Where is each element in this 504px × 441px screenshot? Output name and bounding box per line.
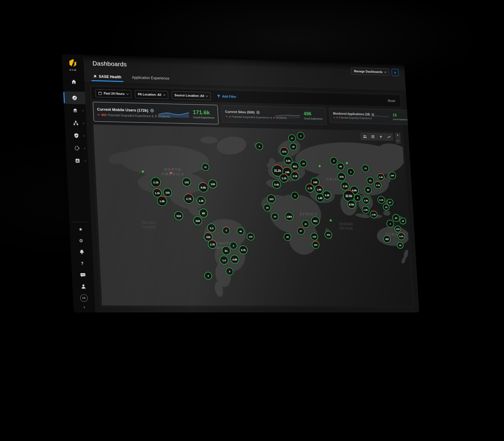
- expand-chevron-icon: ›: [84, 134, 85, 137]
- brand-label: SCM: [69, 68, 77, 71]
- source-location-select[interactable]: Source Location: All: [171, 91, 211, 100]
- tab[interactable]: SASE Health: [93, 74, 122, 82]
- degraded-text: Potential Degraded Experience: [339, 116, 372, 120]
- kpi-card-applications[interactable]: Monitored Applications (18) i 3 Potentia…: [329, 108, 413, 125]
- sidebar-item-account[interactable]: [72, 281, 94, 292]
- incident-count: 3: [155, 114, 157, 118]
- metric-caption: Good Experience: [304, 117, 322, 120]
- sidebar-item-alerts[interactable]: ›: [64, 104, 86, 117]
- trend-chart-icon: [387, 135, 391, 139]
- degraded-count: 400: [101, 113, 107, 117]
- incident-count: 4: [273, 116, 275, 119]
- chevron-down-icon: [206, 94, 208, 97]
- expand-chevron-icon: ›: [84, 147, 85, 150]
- pin-icon: [93, 75, 97, 78]
- users-icon: [363, 135, 367, 138]
- pa-location-select[interactable]: PA Location: All: [135, 90, 168, 99]
- continents-layer: [93, 124, 413, 306]
- site-dot[interactable]: [346, 162, 348, 164]
- expand-chevron-icon: ›: [85, 159, 86, 162]
- kpi-card-sites[interactable]: Current Sites (500) i 4 Potential Degrad…: [221, 105, 326, 125]
- metric-caption: Good Experience: [393, 118, 409, 121]
- degraded-chevron-icon: [225, 116, 228, 117]
- map-cluster-bubble[interactable]: 5: [225, 267, 234, 275]
- plus-icon: +: [394, 70, 396, 75]
- chat-icon: [80, 272, 85, 277]
- zoom-in-button[interactable]: +: [395, 133, 401, 138]
- sidebar-item-operations[interactable]: ›: [66, 141, 88, 154]
- degraded-chevron-icon: [333, 117, 335, 118]
- sidebar-spacer: [78, 167, 80, 220]
- app-window: SCM: [62, 54, 419, 312]
- chevron-down-icon: [384, 70, 386, 73]
- time-range-select[interactable]: Past 24 Hours: [95, 89, 132, 98]
- map-cluster-bubble[interactable]: 2.7k: [208, 240, 217, 249]
- metric-value: 496: [304, 111, 322, 117]
- sidebar-item-security[interactable]: ›: [65, 129, 87, 142]
- map-events-view-button[interactable]: [377, 133, 385, 141]
- add-dashboard-button[interactable]: +: [392, 68, 399, 76]
- manage-dashboards-button[interactable]: Manage Dashboards: [351, 68, 389, 76]
- map-cluster-bubble[interactable]: 97: [297, 227, 305, 235]
- sidebar-item-feedback[interactable]: [72, 269, 94, 281]
- sidebar-item-favorites[interactable]: ★: [69, 223, 92, 235]
- degraded-text: Potential Degraded Experience &: [231, 115, 272, 119]
- map-users-view-button[interactable]: [361, 133, 369, 140]
- star-icon: ★: [78, 227, 83, 231]
- sidebar-item-dashboards[interactable]: [63, 91, 86, 104]
- tilted-scene: SCM: [62, 54, 419, 312]
- reset-button[interactable]: Reset: [388, 99, 397, 102]
- tab-label: Application Experience: [132, 75, 170, 81]
- kpi-cards-row: Current Mobile Users (172k) i 400 Potent…: [93, 102, 401, 129]
- calendar-icon: [98, 91, 102, 95]
- avatar: TS: [80, 294, 88, 302]
- site-dot[interactable]: [142, 170, 144, 172]
- shield-check-icon: [74, 133, 79, 138]
- page-backdrop: SCM: [0, 0, 504, 441]
- expand-chevron-icon: ›: [82, 109, 84, 112]
- map-trend-view-button[interactable]: [385, 133, 393, 141]
- gear-icon: ⚙: [79, 238, 83, 243]
- map-list-view-button[interactable]: [369, 133, 377, 141]
- site-dot[interactable]: [330, 219, 332, 221]
- sidebar-collapse-chevron[interactable]: ›: [83, 304, 85, 312]
- map-cluster-bubble[interactable]: 232: [312, 241, 320, 249]
- sidebar-item-home[interactable]: [63, 75, 85, 88]
- chevron-down-icon: [126, 92, 129, 95]
- sidebar-avatar[interactable]: TS: [73, 292, 95, 303]
- kpi-card-mobile-users[interactable]: Current Mobile Users (172k) i 400 Potent…: [93, 102, 218, 124]
- scm-logo-icon: [68, 58, 78, 68]
- network-tree-icon: [73, 120, 78, 125]
- degraded-count: 4: [229, 115, 231, 118]
- bell-icon: [79, 249, 84, 254]
- alarm-icon: [72, 108, 78, 113]
- reports-icon: [75, 158, 80, 163]
- sparkline-chart: [158, 109, 189, 118]
- degraded-chevron-icon: [97, 114, 100, 116]
- site-dot[interactable]: [319, 165, 321, 167]
- list-icon: [371, 135, 375, 138]
- sidebar-item-notifications[interactable]: [71, 246, 93, 258]
- degraded-count: 3: [336, 116, 338, 119]
- site-dot[interactable]: [170, 172, 172, 174]
- card-title: Monitored Applications (18): [333, 112, 370, 116]
- world-map[interactable]: NORTH AMERICA SOUTH AMERICA AFRICA ASIA …: [93, 124, 413, 306]
- sidebar-item-help[interactable]: ?: [71, 257, 93, 269]
- funnel-icon: [217, 95, 220, 98]
- zoom-out-button[interactable]: −: [396, 138, 401, 144]
- metric-caption: Good Experience: [193, 116, 215, 119]
- add-filter-label: Add Filter: [222, 95, 237, 99]
- card-title: Current Mobile Users (172k): [97, 107, 148, 113]
- info-icon[interactable]: i: [256, 111, 260, 114]
- sidebar-item-settings[interactable]: ⚙: [70, 235, 92, 246]
- sidebar-item-reports[interactable]: ›: [66, 154, 88, 167]
- add-filter-button[interactable]: Add Filter: [217, 94, 236, 98]
- info-icon[interactable]: i: [150, 109, 154, 113]
- home-icon: [71, 79, 76, 84]
- sidebar-item-network[interactable]: ›: [65, 116, 87, 129]
- map-cluster-bubble[interactable]: 8: [204, 272, 212, 280]
- map-zoom-controls: + −: [395, 133, 401, 144]
- map-cluster-bubble[interactable]: 5: [222, 227, 231, 235]
- tab[interactable]: Application Experience: [132, 75, 170, 83]
- brand: SCM: [68, 54, 78, 71]
